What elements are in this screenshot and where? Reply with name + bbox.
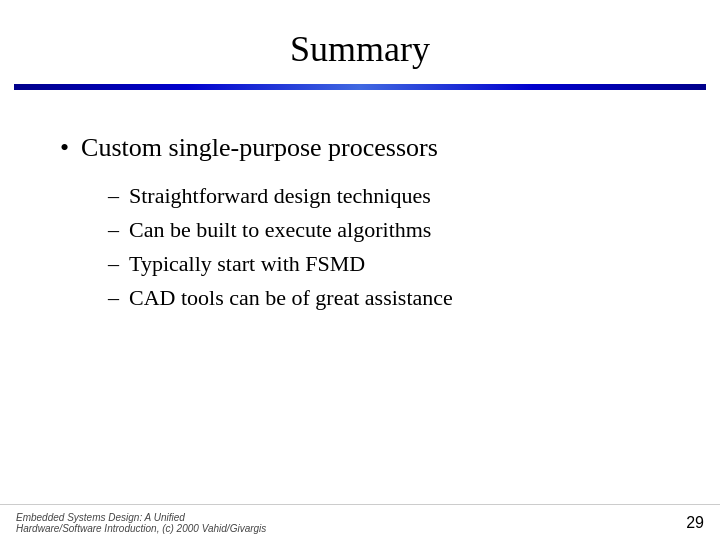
dash-1: – (108, 179, 119, 213)
sub-bullet-3: – Typically start with FSMD (108, 247, 660, 281)
sub-bullet-2: – Can be built to execute algorithms (108, 213, 660, 247)
slide-footer: Embedded Systems Design: A Unified Hardw… (0, 504, 720, 540)
slide-content: • Custom single-purpose processors – Str… (0, 90, 720, 540)
sub-bullet-text-1: Straightforward design techniques (129, 179, 431, 213)
dash-4: – (108, 281, 119, 315)
sub-bullet-text-3: Typically start with FSMD (129, 247, 365, 281)
slide: Summary • Custom single-purpose processo… (0, 0, 720, 540)
sub-bullet-4: – CAD tools can be of great assistance (108, 281, 660, 315)
footer-line1: Embedded Systems Design: A Unified (16, 512, 266, 523)
footer-citation: Embedded Systems Design: A Unified Hardw… (16, 512, 266, 534)
bullet-dot: • (60, 132, 69, 163)
main-bullet: • Custom single-purpose processors (60, 132, 660, 163)
page-number: 29 (686, 514, 704, 532)
dash-3: – (108, 247, 119, 281)
slide-title: Summary (0, 0, 720, 84)
main-bullet-text: Custom single-purpose processors (81, 132, 438, 163)
dash-2: – (108, 213, 119, 247)
sub-bullets-list: – Straightforward design techniques – Ca… (108, 179, 660, 315)
sub-bullet-text-2: Can be built to execute algorithms (129, 213, 431, 247)
footer-line2: Hardware/Software Introduction, (c) 2000… (16, 523, 266, 534)
sub-bullet-text-4: CAD tools can be of great assistance (129, 281, 453, 315)
sub-bullet-1: – Straightforward design techniques (108, 179, 660, 213)
